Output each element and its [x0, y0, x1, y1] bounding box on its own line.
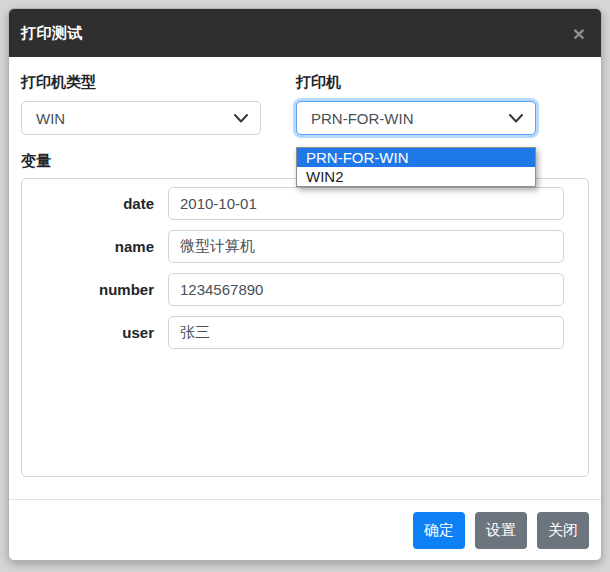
printer-type-column: 打印机类型 WIN	[21, 73, 261, 135]
chevron-down-icon	[234, 114, 248, 123]
printer-type-select[interactable]: WIN	[21, 101, 261, 135]
printer-dropdown-menu: PRN-FOR-WIN WIN2	[296, 147, 536, 187]
variable-name-name: name	[38, 238, 168, 255]
variable-row: date	[38, 187, 564, 220]
printer-label: 打印机	[296, 73, 536, 92]
dialog-header: 打印测试 ×	[9, 9, 601, 57]
ok-button[interactable]: 确定	[413, 512, 465, 549]
variable-row: number	[38, 273, 564, 306]
close-button[interactable]: 关闭	[537, 512, 589, 549]
printer-selected-value: PRN-FOR-WIN	[311, 110, 413, 127]
print-test-dialog: 打印测试 × 打印机类型 WIN 打印机 PRN-FOR-WIN PRN-FOR…	[8, 8, 602, 561]
printer-column: 打印机 PRN-FOR-WIN PRN-FOR-WIN WIN2	[296, 73, 536, 135]
printer-option[interactable]: PRN-FOR-WIN	[297, 148, 535, 167]
date-field[interactable]	[168, 187, 564, 220]
dialog-body: 打印机类型 WIN 打印机 PRN-FOR-WIN PRN-FOR-WIN WI…	[9, 57, 601, 486]
settings-button[interactable]: 设置	[475, 512, 527, 549]
variable-row: user	[38, 316, 564, 349]
dialog-footer: 确定 设置 关闭	[9, 499, 601, 560]
variable-name-user: user	[38, 324, 168, 341]
name-field[interactable]	[168, 230, 564, 263]
printer-type-selected-value: WIN	[36, 110, 65, 127]
printer-type-label: 打印机类型	[21, 73, 261, 92]
printer-option[interactable]: WIN2	[297, 167, 535, 186]
variable-row: name	[38, 230, 564, 263]
user-field[interactable]	[168, 316, 564, 349]
chevron-down-icon	[509, 114, 523, 123]
dialog-title: 打印测试	[21, 24, 83, 43]
printer-select[interactable]: PRN-FOR-WIN	[296, 101, 536, 135]
variables-fieldset: date name number user	[21, 178, 589, 477]
printer-selects-row: 打印机类型 WIN 打印机 PRN-FOR-WIN PRN-FOR-WIN WI…	[21, 73, 589, 135]
variable-name-date: date	[38, 195, 168, 212]
variable-name-number: number	[38, 281, 168, 298]
close-icon[interactable]: ×	[571, 23, 587, 44]
number-field[interactable]	[168, 273, 564, 306]
